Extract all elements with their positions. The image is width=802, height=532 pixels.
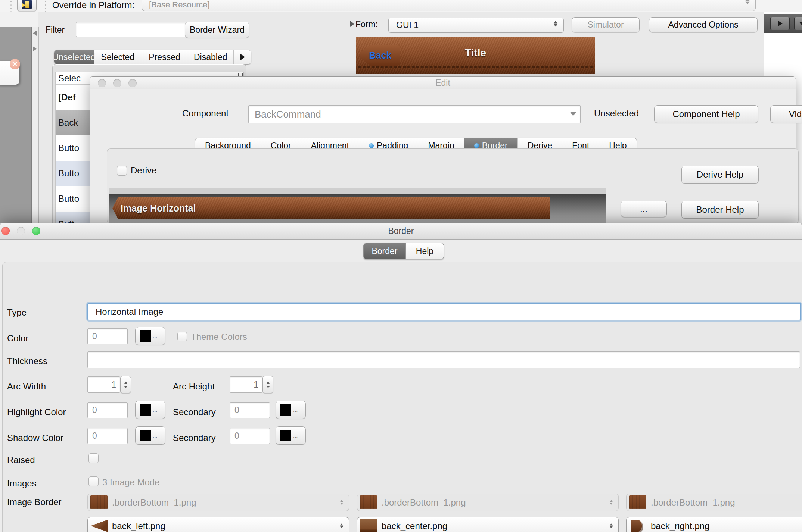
segment-help[interactable]: Help bbox=[405, 243, 444, 259]
color-swatch bbox=[280, 430, 291, 441]
table-cell: Back bbox=[58, 118, 78, 128]
image-file-label: .borderBottom_1.png bbox=[112, 497, 339, 508]
simulator-label: Simulator bbox=[587, 20, 624, 30]
color-swatch-button[interactable]: ... bbox=[135, 327, 165, 345]
splitter-strip bbox=[32, 27, 39, 223]
border-preview-list[interactable]: Image Horizontal bbox=[109, 194, 606, 223]
select-updown-icon bbox=[745, 0, 749, 4]
highlight-color-input[interactable]: 0 bbox=[87, 402, 128, 418]
video-tutorial-button[interactable]: Video Tutorial bbox=[770, 105, 802, 123]
raised-checkbox[interactable] bbox=[88, 453, 99, 463]
arc-height-stepper[interactable] bbox=[262, 376, 273, 393]
edit-titlebar[interactable]: Edit bbox=[90, 77, 796, 89]
zoom-button[interactable] bbox=[32, 227, 40, 235]
modified-dot-icon bbox=[369, 143, 374, 148]
color-swatch bbox=[140, 330, 151, 342]
border-dialog-title: Border bbox=[0, 223, 802, 239]
arc-width-input[interactable]: 1 bbox=[87, 376, 120, 393]
shadow-secondary-input[interactable]: 0 bbox=[230, 428, 270, 444]
image-border-select-right[interactable]: back_right.png bbox=[626, 517, 802, 532]
tab-selected[interactable]: Selected bbox=[94, 50, 142, 64]
tab-disabled[interactable]: Disabled bbox=[187, 50, 234, 64]
advanced-options-button[interactable]: Advanced Options bbox=[649, 17, 758, 32]
highlight-color-label: Highlight Color bbox=[7, 407, 66, 418]
image-file-label: .borderBottom_1.png bbox=[382, 497, 609, 508]
form-select[interactable]: GUI 1 bbox=[388, 18, 564, 33]
derive-help-label: Derive Help bbox=[697, 169, 743, 180]
segment-border[interactable]: Border bbox=[364, 243, 405, 259]
color-input[interactable]: 0 bbox=[87, 328, 128, 344]
highlight-secondary-input[interactable]: 0 bbox=[230, 402, 270, 418]
shadow-color-label: Shadow Color bbox=[7, 432, 63, 444]
arc-height-input[interactable]: 1 bbox=[230, 376, 262, 393]
highlight-secondary-swatch-button[interactable]: ... bbox=[276, 401, 306, 419]
highlight-swatch-button[interactable]: ... bbox=[135, 401, 165, 419]
border-titlebar[interactable]: Border bbox=[0, 223, 802, 240]
thickness-input[interactable] bbox=[87, 351, 800, 368]
rear-play-button[interactable] bbox=[770, 17, 790, 30]
highlight-secondary-value: 0 bbox=[234, 405, 239, 415]
component-value: BackCommand bbox=[255, 109, 321, 120]
color-label: Color bbox=[7, 333, 28, 344]
ellipsis-label: ... bbox=[293, 407, 298, 413]
three-image-mode-checkbox[interactable] bbox=[88, 476, 99, 486]
tab-overflow-button[interactable] bbox=[234, 50, 251, 64]
image-border-select-top-center[interactable]: .borderBottom_1.png bbox=[357, 494, 619, 511]
shadow-secondary-swatch-button[interactable]: ... bbox=[276, 426, 306, 445]
derive-checkbox[interactable] bbox=[117, 166, 127, 176]
zoom-button[interactable] bbox=[128, 79, 137, 87]
theme-colors-checkbox[interactable] bbox=[177, 332, 187, 341]
border-wizard-label: Border Wizard bbox=[190, 25, 245, 35]
component-help-button[interactable]: Component Help bbox=[654, 105, 758, 123]
component-help-label: Component Help bbox=[672, 109, 740, 119]
image-file-label: .borderBottom_1.png bbox=[651, 497, 802, 508]
close-icon[interactable]: ✕ bbox=[10, 59, 20, 69]
type-combobox[interactable]: Horizontal Image bbox=[87, 303, 801, 320]
border-preview-item[interactable]: Image Horizontal bbox=[112, 197, 550, 219]
image-file-label: back_right.png bbox=[651, 521, 802, 531]
image-border-select-top-left[interactable]: .borderBottom_1.png bbox=[87, 494, 349, 511]
component-label: Component bbox=[182, 108, 229, 119]
override-icon-button[interactable] bbox=[17, 0, 37, 11]
component-combobox[interactable]: BackCommand bbox=[248, 105, 581, 123]
shadow-swatch-button[interactable]: ... bbox=[135, 426, 165, 445]
derive-help-button[interactable]: Derive Help bbox=[681, 166, 759, 184]
border-form-panel: Type Horizontal Image Color 0 ... Theme … bbox=[2, 262, 802, 532]
form-collapse-icon[interactable] bbox=[350, 21, 354, 27]
tab-pressed[interactable]: Pressed bbox=[142, 50, 188, 64]
collapse-left-icon[interactable] bbox=[33, 31, 37, 36]
simulator-button[interactable]: Simulator bbox=[572, 17, 640, 32]
shadow-secondary-value: 0 bbox=[234, 431, 239, 441]
image-border-label: Image Border bbox=[7, 497, 61, 508]
image-thumbnail-icon bbox=[629, 495, 646, 509]
border-preview-caption: Image Horizontal bbox=[121, 203, 196, 214]
arc-height-value: 1 bbox=[254, 380, 258, 390]
shadow-color-input[interactable]: 0 bbox=[87, 428, 128, 444]
image-file-label: back_center.png bbox=[382, 521, 609, 531]
border-wizard-button[interactable]: Border Wizard bbox=[185, 22, 249, 38]
close-button[interactable] bbox=[1, 227, 10, 235]
collapse-right-icon[interactable] bbox=[33, 46, 37, 51]
form-select-updown-icon bbox=[554, 21, 558, 27]
image-border-select-left[interactable]: back_left.png bbox=[87, 517, 349, 532]
platform-resource-select[interactable]: [Base Resource] bbox=[142, 0, 756, 11]
table-cell: Butto bbox=[58, 168, 79, 179]
border-picker-button[interactable]: ... bbox=[621, 201, 667, 217]
minimize-button[interactable] bbox=[113, 79, 121, 87]
toolbar-grip-dots-2 bbox=[45, 1, 46, 12]
image-thumbnail-icon bbox=[360, 495, 377, 509]
close-button[interactable] bbox=[98, 79, 106, 87]
edit-state-label: Unselected bbox=[594, 108, 639, 119]
tab-unselected[interactable]: Unselected bbox=[54, 50, 94, 64]
rear-dropdown-button[interactable] bbox=[794, 17, 802, 30]
arc-width-stepper[interactable] bbox=[120, 376, 131, 393]
preview-title-label: Title bbox=[356, 47, 595, 59]
image-border-select-top-right[interactable]: .borderBottom_1.png bbox=[626, 494, 802, 511]
minimize-button[interactable] bbox=[17, 227, 25, 235]
type-value: Horizontal Image bbox=[96, 307, 163, 317]
ellipsis-label: ... bbox=[153, 333, 158, 339]
segment-label: Help bbox=[416, 246, 433, 256]
border-help-button[interactable]: Border Help bbox=[681, 201, 759, 219]
image-border-select-center[interactable]: back_center.png bbox=[357, 517, 619, 532]
highlight-color-value: 0 bbox=[92, 405, 97, 415]
